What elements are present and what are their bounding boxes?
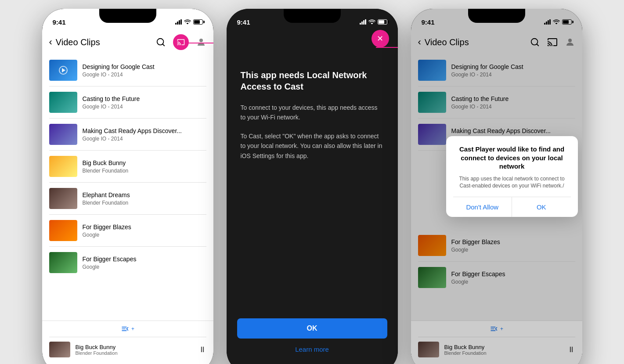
status-icons-left [175,19,203,25]
ok-button-middle[interactable]: OK [237,318,387,339]
mini-player-title-left: Big Buck Bunny [76,344,193,350]
thumbnail-5-left [49,188,77,209]
thumbnail-7-left [49,252,77,273]
video-item-4-left[interactable]: Big Buck Bunny Blender Foundation [42,151,213,182]
notch-left [99,9,156,23]
phone-right: 9:41 ‹ [411,9,582,364]
battery-icon-middle [378,19,387,25]
video-item-1-left[interactable]: Designing for Google Cast Google IO - 20… [42,54,213,86]
search-button-left[interactable] [155,37,166,47]
dont-allow-button-right[interactable]: Don't Allow [453,197,512,217]
mini-player-left[interactable]: Big Buck Bunny Blender Foundation ⏸ [42,337,213,362]
mini-player-info-left: Big Buck Bunny Blender Foundation [76,344,193,356]
video-subtitle-1-left: Google IO - 2014 [83,72,206,78]
signal-icon-middle [360,19,366,25]
notch-right [468,9,525,23]
phone-left: 9:41 ‹ [42,9,213,364]
back-button-left[interactable]: ‹ [49,36,52,48]
learn-more-button-middle[interactable]: Learn more [237,346,387,353]
bottom-bar-left: + Big Buck Bunny Blender Foundation ⏸ [42,321,213,364]
mini-player-subtitle-left: Blender Foundation [76,350,193,356]
time-middle: 9:41 [237,18,250,26]
dialog-buttons-middle: OK Learn more [227,310,398,362]
video-item-3-left[interactable]: Making Cast Ready Apps Discover... Googl… [42,119,213,150]
cast-button-left-active[interactable] [173,34,189,50]
svg-point-2 [199,39,203,42]
thumbnail-6-left [49,220,77,241]
close-button-area: ✕ [227,30,398,52]
app-bar-left: ‹ Video Clips [42,30,213,54]
video-item-2-left[interactable]: Casting to the Future Google IO - 2014 [42,86,213,118]
mini-player-thumb-left [49,342,70,357]
thumbnail-1-left [49,60,77,81]
perm-title-right: Cast Player would like to find and conne… [453,145,571,171]
app-title-left: Video Clips [56,37,155,47]
signal-icon-left [175,19,182,25]
close-button-middle[interactable]: ✕ [372,30,389,47]
time-left: 9:41 [53,18,66,26]
perm-ok-button-right[interactable]: OK [512,197,571,217]
app-bar-icons-left [155,34,206,50]
screen-right: 9:41 ‹ [411,9,582,364]
video-title-6-left: For Bigger Blazes [83,223,206,231]
video-title-2-left: Casting to the Future [83,95,206,103]
video-info-3-left: Making Cast Ready Apps Discover... Googl… [83,127,206,142]
video-info-7-left: For Bigger Escapes Google [83,255,206,270]
video-item-7-left[interactable]: For Bigger Escapes Google [42,247,213,278]
video-info-2-left: Casting to the Future Google IO - 2014 [83,95,206,110]
wifi-icon-middle [368,18,375,26]
video-info-4-left: Big Buck Bunny Blender Foundation [83,159,206,174]
video-title-4-left: Big Buck Bunny [83,159,206,167]
perm-buttons-right: Don't Allow OK [453,197,571,217]
permission-dialog-right: Cast Player would like to find and conne… [446,136,578,217]
dialog-area: This app needs Local Network Access to C… [227,52,398,310]
wifi-icon-left [184,19,191,25]
video-subtitle-7-left: Google [83,264,206,270]
perm-body-right: This app uses the local network to conne… [453,175,571,190]
screen-middle: 9:41 ✕ [227,9,398,364]
screen-left: 9:41 ‹ [42,9,213,364]
status-icons-middle [360,18,387,26]
video-title-5-left: Elephant Dreams [83,191,206,199]
video-info-5-left: Elephant Dreams Blender Foundation [83,191,206,206]
video-subtitle-3-left: Google IO - 2014 [83,136,206,142]
account-button-left[interactable] [196,37,206,47]
video-subtitle-4-left: Blender Foundation [83,168,206,174]
video-subtitle-2-left: Google IO - 2014 [83,104,206,110]
video-subtitle-5-left: Blender Foundation [83,200,206,206]
video-info-1-left: Designing for Google Cast Google IO - 20… [83,63,206,78]
queue-button-left[interactable]: + [42,321,213,337]
battery-icon-left [193,19,203,25]
thumbnail-2-left [49,92,77,113]
pause-button-left[interactable]: ⏸ [198,345,206,354]
video-info-6-left: For Bigger Blazes Google [83,223,206,238]
video-title-3-left: Making Cast Ready Apps Discover... [83,127,206,135]
video-title-1-left: Designing for Google Cast [83,63,206,71]
dialog-title-middle: This app needs Local Network Access to C… [241,69,384,92]
svg-line-1 [162,44,164,46]
thumbnail-3-left [49,124,77,145]
dialog-body1-middle: To connect to your devices, this app nee… [241,103,384,123]
video-item-6-left[interactable]: For Bigger Blazes Google [42,215,213,246]
video-title-7-left: For Bigger Escapes [83,255,206,263]
video-item-5-left[interactable]: Elephant Dreams Blender Foundation [42,183,213,214]
video-list-left: Designing for Google Cast Google IO - 20… [42,54,213,364]
thumbnail-4-left [49,156,77,177]
dialog-body2-middle: To Cast, select "OK" when the app asks t… [241,131,384,161]
phone-middle: 9:41 ✕ [227,9,398,364]
video-subtitle-6-left: Google [83,232,206,238]
notch-middle [284,9,341,23]
